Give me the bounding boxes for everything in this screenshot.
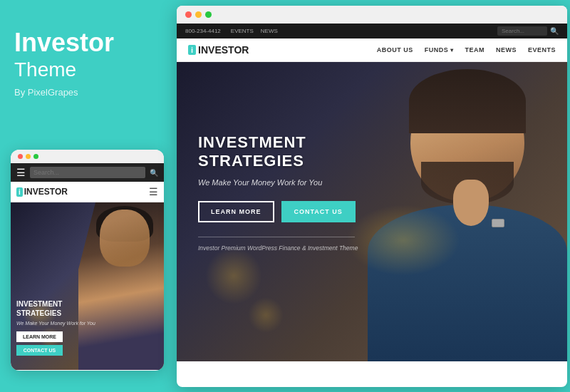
mobile-hero-content: INVESTMENTSTRATEGIES We Make Your Money … bbox=[16, 299, 158, 356]
desktop-nav-about[interactable]: ABOUT US bbox=[377, 46, 413, 53]
desktop-person-silhouette bbox=[325, 62, 567, 361]
desktop-nav-team[interactable]: TEAM bbox=[465, 46, 484, 53]
desktop-learn-more-button[interactable]: LEARN MORE bbox=[198, 201, 274, 222]
mobile-search-icon[interactable]: 🔍 bbox=[150, 169, 158, 177]
desktop-bokeh-person bbox=[346, 205, 460, 276]
desktop-topbar: 800-234-4412 EVENTS NEWS 🔍 bbox=[177, 24, 567, 38]
desktop-phone: 800-234-4412 bbox=[185, 28, 221, 34]
desktop-logo-text: INVESTOR bbox=[198, 44, 249, 56]
brand-by: By PixelGrapes bbox=[14, 87, 160, 98]
desktop-topbar-news[interactable]: NEWS bbox=[261, 28, 278, 34]
desktop-logo-i: i bbox=[188, 45, 196, 55]
desktop-minimize-dot bbox=[195, 11, 202, 18]
mobile-hero-subtitle: We Make Your Money Work for You bbox=[16, 321, 158, 326]
mobile-mockup: ☰ 🔍 i INVESTOR ☰ INVESTMENTSTRATEGIES We… bbox=[11, 150, 164, 371]
desktop-search-input[interactable] bbox=[497, 26, 547, 36]
mobile-learn-more-button[interactable]: LEARN MORE bbox=[16, 331, 63, 342]
desktop-window-controls bbox=[177, 6, 567, 24]
brand-subtitle: Theme bbox=[14, 58, 160, 81]
brand-title: Investor bbox=[14, 29, 160, 57]
desktop-nav-events[interactable]: EVENTS bbox=[528, 46, 556, 53]
desktop-hero-title: INVESTMENTSTRATEGIES bbox=[198, 133, 358, 171]
mobile-logo-i: i bbox=[16, 187, 23, 197]
desktop-person-watch bbox=[492, 219, 504, 227]
mobile-contact-button[interactable]: CONTACT US bbox=[16, 345, 63, 356]
mobile-person-face bbox=[100, 210, 150, 267]
desktop-person-hair bbox=[409, 69, 526, 133]
mobile-hamburger-icon[interactable]: ☰ bbox=[16, 167, 26, 178]
mobile-minimize-dot bbox=[26, 154, 31, 159]
desktop-close-dot bbox=[185, 11, 192, 18]
mobile-hero-title: INVESTMENTSTRATEGIES bbox=[16, 299, 158, 318]
mobile-logo-text: INVESTOR bbox=[24, 187, 68, 197]
desktop-topbar-search: 🔍 bbox=[497, 26, 559, 36]
desktop-hero-divider bbox=[198, 237, 355, 237]
mobile-search-input[interactable] bbox=[30, 167, 145, 178]
desktop-hero-tagline: Investor Premium WordPress Finance & Inv… bbox=[198, 244, 358, 252]
mobile-menu-icon[interactable]: ☰ bbox=[149, 186, 158, 197]
left-panel: Investor Theme By PixelGrapes ☰ 🔍 i INVE… bbox=[0, 0, 175, 392]
desktop-topbar-events[interactable]: EVENTS bbox=[231, 28, 254, 34]
desktop-bokeh-2 bbox=[248, 297, 284, 333]
mobile-close-dot bbox=[18, 154, 23, 159]
desktop-nav-links: ABOUT US FUNDS TEAM NEWS EVENTS bbox=[377, 46, 556, 53]
desktop-hero-buttons: LEARN MORE CONTACT US bbox=[198, 201, 358, 222]
desktop-contact-button[interactable]: CONTACT US bbox=[281, 201, 356, 222]
desktop-hero: INVESTMENTSTRATEGIES We Make Your Money … bbox=[177, 62, 567, 361]
mobile-maximize-dot bbox=[33, 154, 38, 159]
desktop-topbar-links: EVENTS NEWS bbox=[231, 28, 278, 34]
desktop-navbar: i INVESTOR ABOUT US FUNDS TEAM NEWS EVEN… bbox=[177, 38, 567, 62]
desktop-bokeh-1 bbox=[205, 247, 262, 304]
mobile-topbar: ☰ 🔍 bbox=[11, 163, 164, 182]
desktop-nav-funds[interactable]: FUNDS bbox=[425, 46, 454, 53]
desktop-maximize-dot bbox=[205, 11, 212, 18]
mobile-window-controls bbox=[11, 150, 164, 163]
desktop-person-hand bbox=[453, 180, 489, 226]
desktop-search-icon[interactable]: 🔍 bbox=[550, 27, 559, 35]
desktop-nav-news[interactable]: NEWS bbox=[496, 46, 517, 53]
mobile-navbar: i INVESTOR ☰ bbox=[11, 182, 164, 202]
desktop-hero-subtitle: We Make Your Money Work for You bbox=[198, 178, 358, 187]
desktop-logo: i INVESTOR bbox=[188, 44, 249, 56]
desktop-mockup: 800-234-4412 EVENTS NEWS 🔍 i INVESTOR AB… bbox=[177, 6, 567, 387]
desktop-hero-content: INVESTMENTSTRATEGIES We Make Your Money … bbox=[198, 133, 358, 252]
mobile-hero: INVESTMENTSTRATEGIES We Make Your Money … bbox=[11, 202, 164, 370]
mobile-logo: i INVESTOR bbox=[16, 187, 68, 197]
